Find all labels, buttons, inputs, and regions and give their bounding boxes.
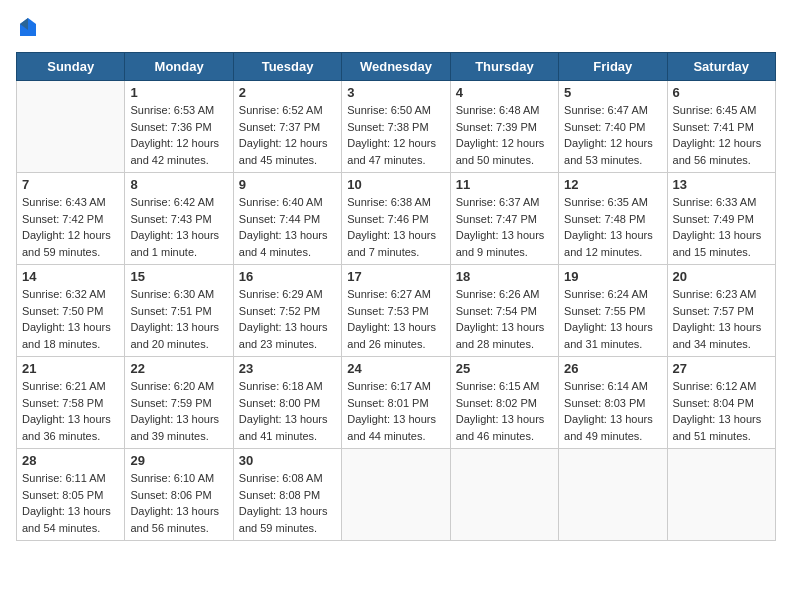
calendar-week-0: 1 Sunrise: 6:53 AM Sunset: 7:36 PM Dayli… xyxy=(17,81,776,173)
daylight-text: Daylight: 13 hours and 49 minutes. xyxy=(564,411,661,444)
day-number: 25 xyxy=(456,361,553,376)
calendar-cell: 9 Sunrise: 6:40 AM Sunset: 7:44 PM Dayli… xyxy=(233,173,341,265)
sunset-text: Sunset: 7:46 PM xyxy=(347,211,444,228)
sunrise-text: Sunrise: 6:10 AM xyxy=(130,470,227,487)
sunrise-text: Sunrise: 6:29 AM xyxy=(239,286,336,303)
sunset-text: Sunset: 7:50 PM xyxy=(22,303,119,320)
daylight-text: Daylight: 13 hours and 56 minutes. xyxy=(130,503,227,536)
daylight-text: Daylight: 13 hours and 15 minutes. xyxy=(673,227,770,260)
day-number: 24 xyxy=(347,361,444,376)
calendar-cell: 16 Sunrise: 6:29 AM Sunset: 7:52 PM Dayl… xyxy=(233,265,341,357)
sunset-text: Sunset: 7:53 PM xyxy=(347,303,444,320)
day-number: 8 xyxy=(130,177,227,192)
sunset-text: Sunset: 8:04 PM xyxy=(673,395,770,412)
calendar-cell: 25 Sunrise: 6:15 AM Sunset: 8:02 PM Dayl… xyxy=(450,357,558,449)
day-number: 19 xyxy=(564,269,661,284)
day-number: 4 xyxy=(456,85,553,100)
day-number: 20 xyxy=(673,269,770,284)
daylight-text: Daylight: 13 hours and 23 minutes. xyxy=(239,319,336,352)
day-number: 7 xyxy=(22,177,119,192)
sunset-text: Sunset: 7:42 PM xyxy=(22,211,119,228)
page-header xyxy=(16,16,776,40)
sunrise-text: Sunrise: 6:40 AM xyxy=(239,194,336,211)
calendar-cell: 21 Sunrise: 6:21 AM Sunset: 7:58 PM Dayl… xyxy=(17,357,125,449)
day-number: 12 xyxy=(564,177,661,192)
calendar-cell: 23 Sunrise: 6:18 AM Sunset: 8:00 PM Dayl… xyxy=(233,357,341,449)
calendar-cell: 10 Sunrise: 6:38 AM Sunset: 7:46 PM Dayl… xyxy=(342,173,450,265)
day-number: 16 xyxy=(239,269,336,284)
sunrise-text: Sunrise: 6:48 AM xyxy=(456,102,553,119)
calendar-cell: 18 Sunrise: 6:26 AM Sunset: 7:54 PM Dayl… xyxy=(450,265,558,357)
sunrise-text: Sunrise: 6:50 AM xyxy=(347,102,444,119)
sunset-text: Sunset: 7:37 PM xyxy=(239,119,336,136)
day-info: Sunrise: 6:29 AM Sunset: 7:52 PM Dayligh… xyxy=(239,286,336,352)
logo-icon xyxy=(16,16,40,40)
daylight-text: Daylight: 12 hours and 47 minutes. xyxy=(347,135,444,168)
day-number: 28 xyxy=(22,453,119,468)
day-number: 10 xyxy=(347,177,444,192)
header-cell-thursday: Thursday xyxy=(450,53,558,81)
daylight-text: Daylight: 13 hours and 1 minute. xyxy=(130,227,227,260)
daylight-text: Daylight: 12 hours and 50 minutes. xyxy=(456,135,553,168)
daylight-text: Daylight: 12 hours and 53 minutes. xyxy=(564,135,661,168)
sunrise-text: Sunrise: 6:45 AM xyxy=(673,102,770,119)
day-number: 2 xyxy=(239,85,336,100)
sunrise-text: Sunrise: 6:17 AM xyxy=(347,378,444,395)
sunrise-text: Sunrise: 6:26 AM xyxy=(456,286,553,303)
calendar-week-1: 7 Sunrise: 6:43 AM Sunset: 7:42 PM Dayli… xyxy=(17,173,776,265)
sunset-text: Sunset: 7:55 PM xyxy=(564,303,661,320)
daylight-text: Daylight: 13 hours and 20 minutes. xyxy=(130,319,227,352)
sunset-text: Sunset: 7:43 PM xyxy=(130,211,227,228)
daylight-text: Daylight: 13 hours and 46 minutes. xyxy=(456,411,553,444)
day-info: Sunrise: 6:11 AM Sunset: 8:05 PM Dayligh… xyxy=(22,470,119,536)
sunrise-text: Sunrise: 6:38 AM xyxy=(347,194,444,211)
calendar-cell: 7 Sunrise: 6:43 AM Sunset: 7:42 PM Dayli… xyxy=(17,173,125,265)
day-info: Sunrise: 6:33 AM Sunset: 7:49 PM Dayligh… xyxy=(673,194,770,260)
day-info: Sunrise: 6:24 AM Sunset: 7:55 PM Dayligh… xyxy=(564,286,661,352)
calendar-cell: 17 Sunrise: 6:27 AM Sunset: 7:53 PM Dayl… xyxy=(342,265,450,357)
daylight-text: Daylight: 13 hours and 41 minutes. xyxy=(239,411,336,444)
daylight-text: Daylight: 13 hours and 18 minutes. xyxy=(22,319,119,352)
sunrise-text: Sunrise: 6:27 AM xyxy=(347,286,444,303)
calendar-cell xyxy=(667,449,775,541)
day-number: 6 xyxy=(673,85,770,100)
daylight-text: Daylight: 13 hours and 26 minutes. xyxy=(347,319,444,352)
daylight-text: Daylight: 13 hours and 39 minutes. xyxy=(130,411,227,444)
daylight-text: Daylight: 13 hours and 12 minutes. xyxy=(564,227,661,260)
day-info: Sunrise: 6:23 AM Sunset: 7:57 PM Dayligh… xyxy=(673,286,770,352)
sunrise-text: Sunrise: 6:21 AM xyxy=(22,378,119,395)
day-info: Sunrise: 6:40 AM Sunset: 7:44 PM Dayligh… xyxy=(239,194,336,260)
sunset-text: Sunset: 8:03 PM xyxy=(564,395,661,412)
sunrise-text: Sunrise: 6:35 AM xyxy=(564,194,661,211)
day-number: 13 xyxy=(673,177,770,192)
calendar-cell xyxy=(559,449,667,541)
daylight-text: Daylight: 13 hours and 36 minutes. xyxy=(22,411,119,444)
calendar-cell: 4 Sunrise: 6:48 AM Sunset: 7:39 PM Dayli… xyxy=(450,81,558,173)
sunset-text: Sunset: 7:49 PM xyxy=(673,211,770,228)
calendar-cell: 24 Sunrise: 6:17 AM Sunset: 8:01 PM Dayl… xyxy=(342,357,450,449)
day-info: Sunrise: 6:12 AM Sunset: 8:04 PM Dayligh… xyxy=(673,378,770,444)
sunrise-text: Sunrise: 6:42 AM xyxy=(130,194,227,211)
day-info: Sunrise: 6:14 AM Sunset: 8:03 PM Dayligh… xyxy=(564,378,661,444)
daylight-text: Daylight: 13 hours and 31 minutes. xyxy=(564,319,661,352)
day-info: Sunrise: 6:45 AM Sunset: 7:41 PM Dayligh… xyxy=(673,102,770,168)
daylight-text: Daylight: 12 hours and 42 minutes. xyxy=(130,135,227,168)
header-cell-saturday: Saturday xyxy=(667,53,775,81)
header-cell-monday: Monday xyxy=(125,53,233,81)
calendar-body: 1 Sunrise: 6:53 AM Sunset: 7:36 PM Dayli… xyxy=(17,81,776,541)
day-number: 18 xyxy=(456,269,553,284)
sunrise-text: Sunrise: 6:52 AM xyxy=(239,102,336,119)
sunset-text: Sunset: 7:59 PM xyxy=(130,395,227,412)
day-number: 21 xyxy=(22,361,119,376)
sunset-text: Sunset: 7:39 PM xyxy=(456,119,553,136)
sunrise-text: Sunrise: 6:15 AM xyxy=(456,378,553,395)
daylight-text: Daylight: 13 hours and 44 minutes. xyxy=(347,411,444,444)
daylight-text: Daylight: 12 hours and 56 minutes. xyxy=(673,135,770,168)
daylight-text: Daylight: 13 hours and 34 minutes. xyxy=(673,319,770,352)
day-info: Sunrise: 6:20 AM Sunset: 7:59 PM Dayligh… xyxy=(130,378,227,444)
calendar-header: SundayMondayTuesdayWednesdayThursdayFrid… xyxy=(17,53,776,81)
sunset-text: Sunset: 7:57 PM xyxy=(673,303,770,320)
calendar-cell: 22 Sunrise: 6:20 AM Sunset: 7:59 PM Dayl… xyxy=(125,357,233,449)
calendar-cell: 27 Sunrise: 6:12 AM Sunset: 8:04 PM Dayl… xyxy=(667,357,775,449)
sunset-text: Sunset: 8:02 PM xyxy=(456,395,553,412)
